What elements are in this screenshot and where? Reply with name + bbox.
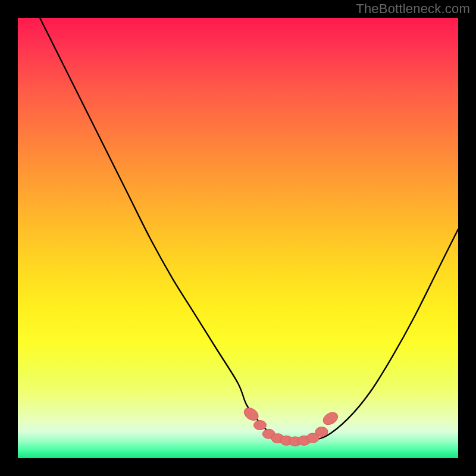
marker-bead [254,421,267,430]
marker-bead [315,427,328,437]
curve-svg [18,18,458,458]
marker-bead [321,410,340,427]
chart-frame: TheBottleneck.com [0,0,476,476]
plot-area [18,18,458,458]
marker-group [242,405,340,446]
watermark-text: TheBottleneck.com [356,1,470,17]
bottleneck-curve [40,18,458,441]
